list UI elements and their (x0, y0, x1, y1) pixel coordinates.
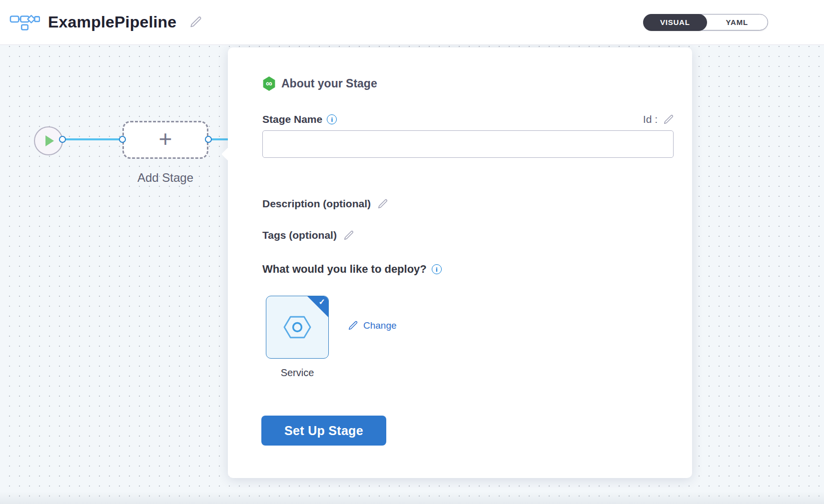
page-title: ExamplePipeline (48, 13, 176, 31)
change-deploy-type-link[interactable]: Change (348, 320, 397, 331)
add-stage-node[interactable]: + (122, 121, 208, 159)
pencil-icon (377, 198, 389, 210)
connector-port (119, 136, 126, 143)
stage-id-label: Id : (643, 113, 658, 125)
add-stage-label: Add Stage (122, 171, 208, 185)
edit-id-button[interactable] (663, 114, 675, 125)
pipeline-start-node (34, 126, 63, 155)
tags-row: Tags (optional) (262, 229, 355, 241)
connector-port (59, 136, 66, 143)
stage-name-input[interactable] (262, 130, 674, 158)
service-hexagon-icon (281, 314, 313, 340)
description-row: Description (optional) (262, 198, 389, 210)
toggle-yaml[interactable]: YAML (707, 14, 768, 30)
pencil-icon (343, 230, 355, 241)
deploy-question-label: What would you like to deploy? (262, 263, 427, 276)
edit-description-button[interactable] (377, 198, 389, 210)
connector-port (205, 136, 212, 143)
panel-caret (221, 147, 235, 161)
check-icon: ✓ (319, 296, 329, 307)
change-label: Change (363, 320, 397, 331)
pencil-icon (348, 320, 359, 331)
description-label: Description (optional) (262, 198, 371, 210)
edit-tags-button[interactable] (343, 230, 355, 241)
cd-stage-icon: ∞ (262, 76, 276, 91)
infinity-glyph: ∞ (266, 78, 272, 89)
pipeline-studio: ExamplePipeline VISUAL YAML + Add Stage (0, 0, 824, 504)
pencil-icon (663, 114, 675, 125)
panel-heading-row: ∞ About your Stage (262, 76, 377, 91)
edit-pipeline-name-button[interactable] (189, 15, 204, 30)
visual-yaml-toggle: VISUAL YAML (643, 14, 768, 30)
pencil-icon (189, 15, 203, 29)
deploy-info-icon[interactable]: i (432, 264, 442, 274)
pipeline-canvas[interactable]: + Add Stage ∞ About your Stage Stage Nam… (0, 45, 824, 504)
stage-name-info-icon[interactable]: i (327, 114, 337, 124)
set-up-stage-button[interactable]: Set Up Stage (261, 416, 386, 446)
stage-name-label: Stage Name (262, 113, 322, 125)
plus-icon: + (159, 129, 172, 149)
panel-heading: About your Stage (281, 77, 377, 90)
play-icon (45, 135, 54, 146)
deploy-question-row: What would you like to deploy? i (262, 263, 442, 276)
stage-name-label-group: Stage Name i (262, 113, 337, 125)
about-stage-panel: ∞ About your Stage Stage Name i Id : (228, 47, 692, 478)
connector-line (62, 138, 122, 140)
toggle-visual[interactable]: VISUAL (643, 14, 708, 31)
pipeline-icon (9, 13, 40, 31)
deploy-option-service-card[interactable]: ✓ (266, 296, 329, 359)
tags-label: Tags (optional) (262, 229, 337, 241)
header-bar: ExamplePipeline VISUAL YAML (0, 0, 824, 45)
stage-name-row: Stage Name i Id : (262, 112, 675, 127)
stage-id-group: Id : (643, 113, 675, 125)
service-card-label: Service (266, 367, 329, 379)
